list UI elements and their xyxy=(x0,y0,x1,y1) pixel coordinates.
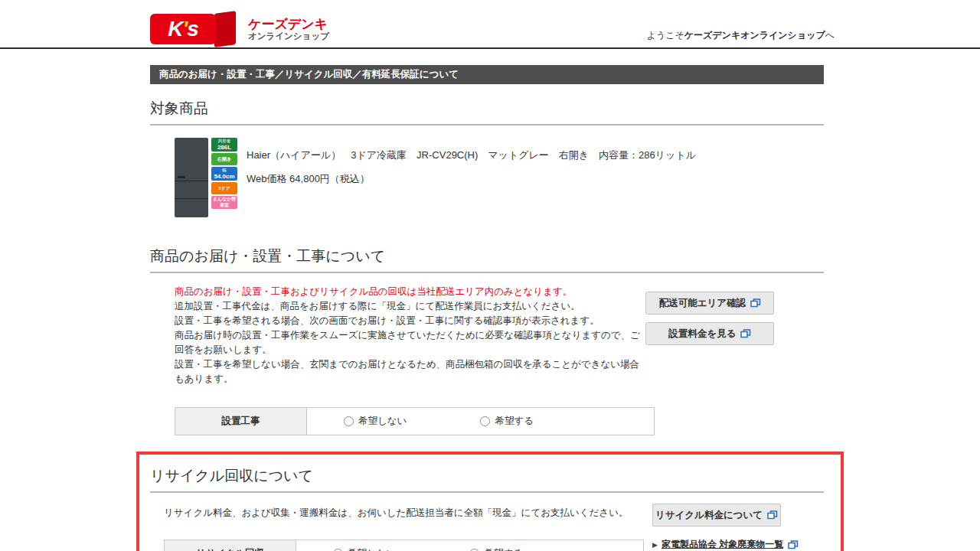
ks-logo-cube-edge xyxy=(214,11,236,47)
width-badge: 幅 54.0cm xyxy=(211,167,237,181)
external-window-icon xyxy=(750,298,761,308)
installation-option-yes-label: 希望する xyxy=(495,415,534,428)
ks-logo-mark: K's xyxy=(150,12,239,46)
external-window-icon xyxy=(788,540,799,549)
brand-subtitle: オンラインショップ xyxy=(248,31,329,41)
delivery-area-check-button[interactable]: 配送可能エリア確認 xyxy=(645,292,774,315)
target-product-section: 対象商品 内容量 286L 右開き 幅 54.0cm xyxy=(150,99,824,217)
recycle-note: リサイクル料金、および収集・運搬料金は、お伺いした配送担当者に全額「現金」にてお… xyxy=(164,506,648,520)
delivery-body: 商品のお届け・設置・工事およびリサイクル品の回収は当社配送エリア内のみとなります… xyxy=(150,285,824,386)
recycle-side-column: リサイクル料金について ▶ 家電製品協会 対象廃棄物一覧 xyxy=(652,504,809,551)
capacity-badge: 内容量 286L xyxy=(211,138,237,152)
welcome-message: ようこそケーズデンキオンラインショップへ xyxy=(647,29,835,42)
door-opening-badge: 右開き xyxy=(211,153,237,165)
delivery-notes: 商品のお届け・設置・工事およびリサイクル品の回収は当社配送エリア内のみとなります… xyxy=(175,285,645,386)
delivery-warning-text: 商品のお届け・設置・工事およびリサイクル品の回収は当社配送エリア内のみとなります… xyxy=(175,285,645,299)
external-window-icon xyxy=(740,329,751,338)
product-price: Web価格 64,800円（税込） xyxy=(247,172,696,186)
delivery-note-line: 設置・工事を希望しない場合、玄関までのお届けとなるため、商品梱包箱の回収を承るこ… xyxy=(175,357,645,386)
recycle-body: リサイクル料金、および収集・運搬料金は、お伺いした配送担当者に全額「現金」にてお… xyxy=(150,504,824,551)
brand-name: ケーズデンキ xyxy=(248,17,329,32)
product-row: 内容量 286L 右開き 幅 54.0cm 3ドア まんなか野菜室 xyxy=(175,138,824,217)
recycle-fee-button[interactable]: リサイクル料金について xyxy=(652,504,781,527)
installation-table-header: 設置工事 xyxy=(175,408,307,435)
recycle-section-heading: リサイクル回収について xyxy=(150,466,824,493)
appliance-association-link[interactable]: 家電製品協会 対象廃棄物一覧 xyxy=(662,538,783,551)
recycle-section-highlight-frame: リサイクル回収について リサイクル料金、および収集・運搬料金は、お伺いした配送担… xyxy=(136,452,844,551)
radio-button[interactable] xyxy=(344,416,354,426)
delivery-side-buttons: 配送可能エリア確認 設置料金を見る xyxy=(645,292,799,386)
appliance-association-link-row: ▶ 家電製品協会 対象廃棄物一覧 xyxy=(652,538,809,551)
logo-brand-text: ケーズデンキ オンラインショップ xyxy=(248,17,329,42)
recycle-option-yes[interactable]: 希望する xyxy=(469,547,523,551)
delivery-note-line: 商品お届け時の設置・工事作業をスムーズに実施させていただくために必要な確認事項と… xyxy=(175,328,645,357)
refrigerator-image xyxy=(175,138,208,217)
veggie-room-badge: まんなか野菜室 xyxy=(211,196,237,208)
link-marker-icon: ▶ xyxy=(652,541,658,549)
delivery-note-line: 追加設置・工事代金は、商品をお届けする際に「現金」にて配送作業員にお支払いくださ… xyxy=(175,299,645,314)
product-name: Haier（ハイアール） 3ドア冷蔵庫 JR-CV29C(H) マットグレー 右… xyxy=(247,148,696,162)
installation-option-no-label: 希望しない xyxy=(358,415,407,428)
delivery-section: 商品のお届け・設置・工事について 商品のお届け・設置・工事およびリサイクル品の回… xyxy=(150,246,824,435)
installation-option-table: 設置工事 希望しない 希望する xyxy=(175,407,655,435)
recycle-options: 希望しない 希望する xyxy=(296,540,643,551)
recycle-left-column: リサイクル料金、および収集・運搬料金は、お伺いした配送担当者に全額「現金」にてお… xyxy=(164,504,648,551)
recycle-option-table: リサイクル回収 希望しない 希望する xyxy=(164,540,644,551)
page-title-bar: 商品のお届け・設置・工事／リサイクル回収／有料延長保証について xyxy=(150,65,824,84)
delivery-section-heading: 商品のお届け・設置・工事について xyxy=(150,246,824,273)
radio-button[interactable] xyxy=(480,416,490,426)
recycle-fee-label: リサイクル料金について xyxy=(655,509,763,522)
delivery-area-check-label: 配送可能エリア確認 xyxy=(659,297,746,310)
delivery-note-line: 設置・工事を希望される場合、次の画面でお届け・設置・工事に関する確認事項が表示さ… xyxy=(175,314,645,328)
external-window-icon xyxy=(767,510,778,520)
product-badge-column: 内容量 286L 右開き 幅 54.0cm 3ドア まんなか野菜室 xyxy=(211,138,237,217)
main-container: 商品のお届け・設置・工事／リサイクル回収／有料延長保証について 対象商品 内容量… xyxy=(150,65,824,551)
installation-fee-button[interactable]: 設置料金を見る xyxy=(645,322,774,345)
door-count-badge: 3ドア xyxy=(211,182,237,194)
installation-options: 希望しない 希望する xyxy=(307,408,654,435)
ks-logo-badge: K's xyxy=(150,14,216,44)
installation-option-no[interactable]: 希望しない xyxy=(344,415,407,428)
installation-fee-label: 設置料金を見る xyxy=(668,328,736,341)
ks-denki-logo[interactable]: K's ケーズデンキ オンラインショップ xyxy=(150,12,329,46)
product-details: Haier（ハイアール） 3ドア冷蔵庫 JR-CV29C(H) マットグレー 右… xyxy=(247,138,696,217)
site-header: K's ケーズデンキ オンラインショップ ようこそケーズデンキオンラインショップ… xyxy=(0,0,980,49)
recycle-option-no-label: 希望しない xyxy=(348,547,396,551)
installation-option-yes[interactable]: 希望する xyxy=(480,415,534,428)
recycle-option-no[interactable]: 希望しない xyxy=(333,547,396,551)
product-image: 内容量 286L 右開き 幅 54.0cm 3ドア まんなか野菜室 xyxy=(175,138,239,217)
recycle-option-yes-label: 希望する xyxy=(484,547,523,551)
recycle-table-header: リサイクル回収 xyxy=(165,540,296,551)
product-section-heading: 対象商品 xyxy=(150,99,824,126)
